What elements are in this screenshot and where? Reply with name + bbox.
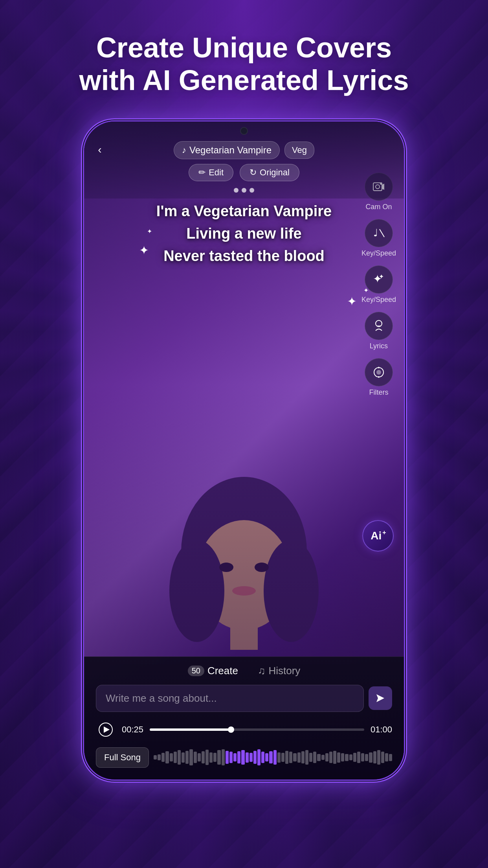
time-current: 00:25 <box>122 725 143 735</box>
svg-marker-24 <box>104 726 110 733</box>
history-icon: ♫ <box>258 665 266 677</box>
key-speed-2-item[interactable]: ✦ ✦ Key/Speed <box>361 265 396 304</box>
svg-text:✦: ✦ <box>379 273 384 280</box>
wave-bar-30 <box>273 750 277 764</box>
wave-bar-11 <box>198 753 201 761</box>
wave-bar-1 <box>158 754 161 761</box>
wave-bar-37 <box>301 751 305 763</box>
search-placeholder: Write me a song about... <box>106 692 217 704</box>
phone-container: ✦ ✦ ✦ ✦ I'm a Vegetarian Vampire Living … <box>0 112 488 781</box>
play-button[interactable] <box>96 720 116 739</box>
veg-badge: Veg <box>284 142 314 159</box>
wave-bar-36 <box>297 752 301 763</box>
time-total: 01:00 <box>371 725 392 735</box>
wave-bar-33 <box>285 751 288 764</box>
svg-marker-22 <box>376 694 384 702</box>
tab-create[interactable]: 50 Create <box>188 665 238 677</box>
waveform[interactable] <box>154 747 392 768</box>
full-song-button[interactable]: Full Song <box>96 747 149 768</box>
wave-bar-10 <box>194 752 197 763</box>
waveform-row: Full Song <box>96 747 392 768</box>
wave-bar-51 <box>357 752 360 763</box>
wave-bar-42 <box>321 755 325 760</box>
tab-history[interactable]: ♫ History <box>258 665 300 677</box>
dot-1 <box>234 188 238 193</box>
filters-item[interactable]: Filters <box>361 358 396 397</box>
progress-row: 00:25 01:00 <box>96 720 392 739</box>
wave-bar-38 <box>305 750 308 764</box>
play-icon <box>99 723 113 737</box>
wave-bar-40 <box>313 752 316 763</box>
cam-on-label: Cam On <box>365 203 392 211</box>
wave-bar-13 <box>205 750 209 765</box>
bottom-panel: 50 Create ♫ History Write me a song abou… <box>84 657 404 780</box>
wave-bar-20 <box>233 753 237 761</box>
svg-line-13 <box>380 229 384 237</box>
wave-bar-0 <box>154 755 157 759</box>
wave-bar-35 <box>293 753 296 761</box>
lyrics-item[interactable]: Lyrics <box>361 312 396 350</box>
edit-icon: ✏ <box>198 167 205 178</box>
wave-bar-52 <box>361 753 364 761</box>
key-speed-1-item[interactable]: ♩ Key/Speed <box>361 219 396 257</box>
create-label: Create <box>207 665 238 677</box>
lyrics-svg <box>372 319 386 333</box>
key-speed-2-icon: ✦ ✦ <box>365 265 393 294</box>
sparkle-3: ✦ <box>347 294 357 308</box>
wave-bar-46 <box>337 752 340 763</box>
wave-bar-27 <box>261 752 264 763</box>
original-icon: ↻ <box>250 167 257 178</box>
wave-bar-56 <box>377 750 380 764</box>
send-button[interactable] <box>369 686 392 710</box>
wave-bar-44 <box>329 752 332 763</box>
song-title: Vegetarian Vampire <box>189 145 272 156</box>
send-icon <box>375 693 386 704</box>
wave-bar-25 <box>253 751 257 764</box>
wave-bar-24 <box>250 753 253 762</box>
wave-bar-9 <box>189 749 193 766</box>
wave-bar-6 <box>178 750 181 764</box>
dot-3 <box>250 188 254 193</box>
song-title-bar: ♪ Vegetarian Vampire Veg <box>174 141 314 159</box>
wave-bar-8 <box>185 751 189 764</box>
wave-bar-49 <box>349 754 352 761</box>
ai-label: Ai <box>371 530 382 542</box>
wave-bar-5 <box>174 752 177 763</box>
ai-button[interactable]: Ai + <box>362 520 394 552</box>
music-icon: ♪ <box>182 145 186 155</box>
sparkle-svg: ✦ ✦ <box>372 272 386 287</box>
sparkle-2: ✦ <box>147 228 152 235</box>
wave-bar-29 <box>269 751 272 763</box>
search-input[interactable]: Write me a song about... <box>96 685 364 712</box>
lyrics-label: Lyrics <box>370 342 388 350</box>
wave-bar-48 <box>345 754 348 761</box>
dots-indicator <box>234 188 254 193</box>
wave-bar-53 <box>365 754 368 761</box>
wave-bar-43 <box>325 753 328 761</box>
key-speed-1-icon: ♩ <box>365 219 393 247</box>
keyspeed1-svg: ♩ <box>372 226 386 240</box>
ai-plus-icon: + <box>382 529 386 536</box>
wave-bar-26 <box>257 749 261 766</box>
phone-screen: ✦ ✦ ✦ ✦ I'm a Vegetarian Vampire Living … <box>84 121 404 780</box>
filters-label: Filters <box>369 388 388 397</box>
wave-bar-41 <box>317 754 320 761</box>
phone-notch <box>240 127 248 135</box>
original-button[interactable]: ↻ Original <box>240 164 299 181</box>
sidebar-icons: Cam On ♩ Key/Speed ✦ ✦ <box>361 173 396 397</box>
song-pill[interactable]: ♪ Vegetarian Vampire <box>174 141 280 159</box>
edit-button[interactable]: ✏ Edit <box>189 164 233 181</box>
wave-bar-32 <box>281 753 284 762</box>
lyrics-icon <box>365 312 393 340</box>
wave-bar-28 <box>265 753 268 761</box>
progress-thumb <box>228 726 234 733</box>
back-button[interactable]: ‹ <box>92 142 108 158</box>
wave-bar-34 <box>289 752 292 763</box>
progress-bar[interactable] <box>150 728 364 731</box>
wave-bar-57 <box>381 752 384 763</box>
filters-svg <box>372 365 386 379</box>
history-label: History <box>268 665 300 677</box>
wave-bar-58 <box>385 753 388 761</box>
wave-bar-21 <box>237 751 240 763</box>
dot-2 <box>242 188 246 193</box>
